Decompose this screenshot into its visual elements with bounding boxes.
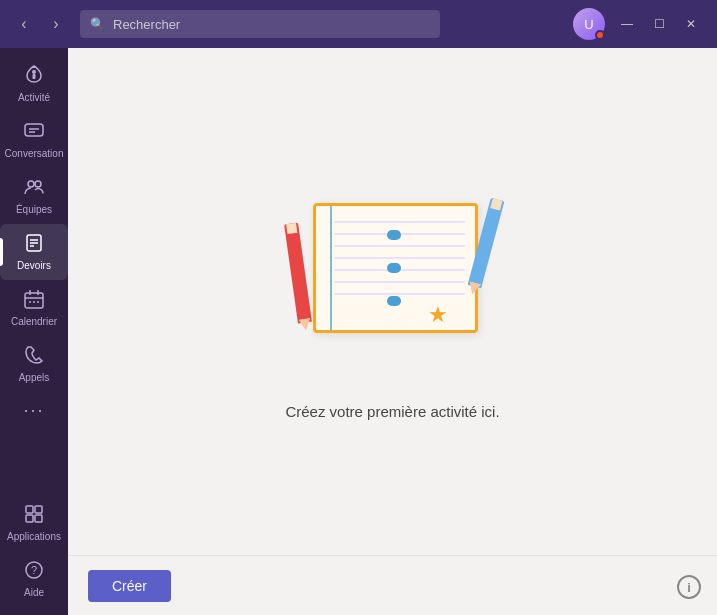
main-layout: Activité Conversation Équ <box>0 48 717 615</box>
sidebar-item-equipes[interactable]: Équipes <box>0 168 68 224</box>
bottom-bar: Créer i <box>68 555 717 615</box>
sidebar-item-calendrier[interactable]: Calendrier <box>0 280 68 336</box>
conversation-icon <box>23 120 45 145</box>
svg-rect-2 <box>25 124 43 136</box>
pencil-red-icon <box>284 223 312 324</box>
sidebar-item-activite[interactable]: Activité <box>0 56 68 112</box>
svg-point-15 <box>29 301 31 303</box>
devoirs-label: Devoirs <box>17 260 51 272</box>
nav-controls: ‹ › <box>12 12 68 36</box>
aide-icon: ? <box>23 559 45 584</box>
sidebar-item-conversation[interactable]: Conversation <box>0 112 68 168</box>
maximize-button[interactable]: ☐ <box>645 12 673 36</box>
appels-icon <box>23 344 45 369</box>
titlebar-right: U — ☐ ✕ <box>573 8 705 40</box>
svg-rect-20 <box>26 515 33 522</box>
notebook-illustration: ★ <box>283 183 503 363</box>
avatar-status-dot <box>595 30 605 40</box>
calendrier-icon <box>23 288 45 313</box>
back-button[interactable]: ‹ <box>12 12 36 36</box>
applications-label: Applications <box>7 531 61 543</box>
notebook-rings <box>313 203 401 333</box>
activite-label: Activité <box>18 92 50 104</box>
svg-point-6 <box>35 181 41 187</box>
sidebar-item-devoirs[interactable]: Devoirs <box>0 224 68 280</box>
svg-rect-21 <box>35 515 42 522</box>
svg-point-16 <box>33 301 35 303</box>
sidebar-item-applications[interactable]: Applications <box>0 495 68 551</box>
avatar[interactable]: U <box>573 8 605 40</box>
search-placeholder: Rechercher <box>113 17 180 32</box>
content-area: ★ Créez votre première activité ici. Cré… <box>68 48 717 615</box>
activite-icon <box>23 64 45 89</box>
sidebar-item-appels[interactable]: Appels <box>0 336 68 392</box>
calendrier-label: Calendrier <box>11 316 57 328</box>
svg-rect-11 <box>25 293 43 308</box>
svg-rect-19 <box>35 506 42 513</box>
svg-rect-18 <box>26 506 33 513</box>
sidebar-item-aide[interactable]: ? Aide <box>0 551 68 607</box>
forward-button[interactable]: › <box>44 12 68 36</box>
sidebar: Activité Conversation Équ <box>0 48 68 615</box>
svg-text:?: ? <box>31 564 37 576</box>
svg-point-17 <box>37 301 39 303</box>
empty-state-text: Créez votre première activité ici. <box>285 403 499 420</box>
notebook-star-icon: ★ <box>428 302 448 328</box>
equipes-icon <box>23 176 45 201</box>
svg-point-0 <box>32 70 36 74</box>
applications-icon <box>23 503 45 528</box>
aide-label: Aide <box>24 587 44 599</box>
titlebar-left: ‹ › 🔍 Rechercher <box>12 10 440 38</box>
create-button[interactable]: Créer <box>88 570 171 602</box>
devoirs-icon <box>23 232 45 257</box>
close-button[interactable]: ✕ <box>677 12 705 36</box>
conversation-label: Conversation <box>5 148 64 160</box>
info-button[interactable]: i <box>677 575 701 599</box>
svg-rect-1 <box>33 74 36 79</box>
more-button[interactable]: ··· <box>15 392 52 429</box>
search-icon: 🔍 <box>90 17 105 31</box>
search-bar[interactable]: 🔍 Rechercher <box>80 10 440 38</box>
minimize-button[interactable]: — <box>613 12 641 36</box>
equipes-label: Équipes <box>16 204 52 216</box>
titlebar: ‹ › 🔍 Rechercher U — ☐ ✕ <box>0 0 717 48</box>
svg-point-5 <box>28 181 34 187</box>
window-controls: — ☐ ✕ <box>613 12 705 36</box>
appels-label: Appels <box>19 372 50 384</box>
